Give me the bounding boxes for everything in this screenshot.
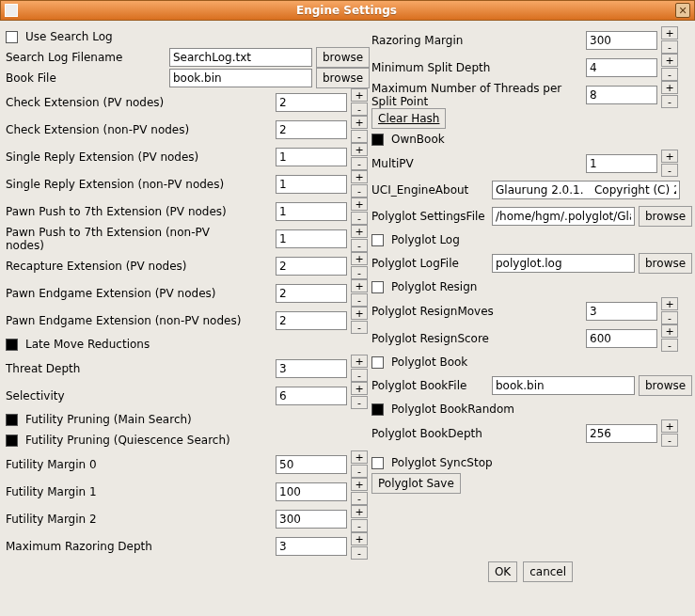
pg-logfile-browse-button[interactable]: browse [639, 253, 692, 274]
single-reply-npv-plus[interactable]: + [351, 170, 368, 183]
use-search-log-label: Use Search Log [25, 30, 113, 43]
pawn-push-npv-input[interactable] [276, 229, 347, 248]
pg-bookrandom-checkbox[interactable] [371, 403, 384, 416]
pawn-push-npv-plus[interactable]: + [351, 225, 368, 238]
pawn-end-npv-plus[interactable]: + [351, 307, 368, 320]
check-ext-npv-plus[interactable]: + [351, 116, 368, 129]
futility-main-checkbox[interactable] [6, 414, 18, 426]
selectivity-minus[interactable]: - [351, 396, 368, 409]
pawn-end-pv-label: Pawn Endgame Extension (PV nodes) [6, 287, 246, 300]
pg-resign-score-plus[interactable]: + [661, 324, 678, 338]
max-razor-plus[interactable]: + [351, 532, 368, 545]
recapture-pv-minus[interactable]: - [351, 266, 368, 279]
fut2-input[interactable] [276, 510, 347, 529]
razor-margin-input[interactable] [586, 31, 657, 50]
single-reply-pv-minus[interactable]: - [351, 157, 368, 170]
engine-about-input[interactable] [492, 181, 680, 199]
close-button[interactable]: ✕ [675, 3, 690, 18]
fut0-plus[interactable]: + [351, 450, 368, 464]
search-log-browse-button[interactable]: browse [316, 47, 370, 68]
pg-resign-score-minus[interactable]: - [661, 339, 678, 352]
pawn-end-npv-minus[interactable]: - [351, 321, 368, 334]
razor-margin-plus[interactable]: + [661, 26, 678, 39]
check-ext-pv-plus[interactable]: + [351, 88, 368, 102]
multipv-minus[interactable]: - [661, 164, 678, 177]
pawn-push-npv-minus[interactable]: - [351, 239, 368, 252]
recapture-pv-input[interactable] [276, 257, 347, 276]
ok-button[interactable]: OK [488, 561, 517, 582]
single-reply-pv-plus[interactable]: + [351, 143, 368, 156]
pg-resign-moves-minus[interactable]: - [661, 311, 678, 324]
pg-resign-moves-input[interactable] [586, 302, 657, 321]
selectivity-plus[interactable]: + [351, 382, 368, 395]
pg-resign-score-input[interactable] [586, 329, 657, 348]
pg-bookdepth-minus[interactable]: - [661, 434, 678, 447]
pawn-end-pv-plus[interactable]: + [351, 279, 368, 292]
single-reply-npv-input[interactable] [276, 175, 347, 194]
pg-settings-input[interactable] [492, 207, 635, 226]
book-file-browse-button[interactable]: browse [316, 68, 370, 88]
max-razor-input[interactable] [276, 537, 347, 556]
pg-book-checkbox[interactable] [371, 356, 384, 369]
pg-resign-checkbox[interactable] [371, 281, 384, 293]
fut2-plus[interactable]: + [351, 505, 368, 518]
clear-hash-button[interactable]: Clear Hash [371, 108, 446, 129]
pawn-end-pv-input[interactable] [276, 284, 347, 303]
min-split-minus[interactable]: - [661, 68, 678, 81]
book-file-input[interactable] [169, 69, 312, 87]
fut1-input[interactable] [276, 482, 347, 501]
pg-resign-moves-plus[interactable]: + [661, 297, 678, 310]
multipv-plus[interactable]: + [661, 150, 678, 163]
pg-logfile-input[interactable] [492, 254, 635, 273]
lmr-checkbox[interactable] [6, 339, 18, 351]
pawn-push-pv-plus[interactable]: + [351, 197, 368, 211]
pg-bookdepth-input[interactable] [586, 424, 657, 443]
selectivity-label: Selectivity [6, 389, 246, 403]
check-ext-pv-input[interactable] [276, 93, 347, 112]
pg-log-label: Polyglot Log [391, 233, 460, 246]
max-razor-minus[interactable]: - [351, 546, 368, 560]
pawn-push-pv-input[interactable] [276, 202, 347, 221]
threat-depth-minus[interactable]: - [351, 369, 368, 382]
multipv-input[interactable] [586, 154, 657, 173]
check-ext-npv-minus[interactable]: - [351, 130, 368, 143]
fut1-plus[interactable]: + [351, 478, 368, 491]
pg-syncstop-checkbox[interactable] [371, 457, 384, 469]
razor-margin-minus[interactable]: - [661, 40, 678, 54]
pawn-end-npv-input[interactable] [276, 311, 347, 330]
recapture-pv-plus[interactable]: + [351, 252, 368, 265]
pawn-push-pv-minus[interactable]: - [351, 212, 368, 225]
futility-qs-checkbox[interactable] [6, 434, 18, 447]
pg-bookdepth-plus[interactable]: + [661, 419, 678, 433]
pg-settings-browse-button[interactable]: browse [639, 206, 692, 227]
futility-qs-label: Futility Pruning (Quiescence Search) [25, 434, 230, 447]
fut1-minus[interactable]: - [351, 492, 368, 505]
cancel-button[interactable]: cancel [523, 561, 573, 582]
pg-bookfile-browse-button[interactable]: browse [639, 375, 692, 396]
pg-log-checkbox[interactable] [371, 234, 384, 246]
single-reply-pv-input[interactable] [276, 148, 347, 166]
min-split-input[interactable] [586, 58, 657, 77]
check-ext-npv-input[interactable] [276, 120, 347, 139]
pg-book-label: Polyglot Book [391, 355, 467, 369]
fut0-input[interactable] [276, 455, 347, 474]
max-threads-minus[interactable]: - [661, 95, 678, 108]
threat-depth-input[interactable] [276, 359, 347, 378]
threat-depth-plus[interactable]: + [351, 355, 368, 368]
lmr-label: Late Move Reductions [25, 338, 150, 351]
selectivity-input[interactable] [276, 387, 347, 405]
ownbook-checkbox[interactable] [371, 134, 384, 146]
max-threads-input[interactable] [586, 86, 657, 104]
use-search-log-checkbox[interactable] [6, 31, 18, 43]
max-threads-plus[interactable]: + [661, 81, 678, 94]
single-reply-npv-minus[interactable]: - [351, 184, 368, 197]
futility-main-label: Futility Pruning (Main Search) [25, 413, 192, 426]
pg-bookfile-input[interactable] [492, 376, 635, 395]
search-log-filename-input[interactable] [169, 48, 312, 67]
pawn-end-pv-minus[interactable]: - [351, 293, 368, 307]
fut0-minus[interactable]: - [351, 465, 368, 478]
check-ext-pv-minus[interactable]: - [351, 103, 368, 116]
polyglot-save-button[interactable]: Polyglot Save [371, 473, 461, 494]
fut2-minus[interactable]: - [351, 519, 368, 532]
min-split-plus[interactable]: + [661, 54, 678, 67]
